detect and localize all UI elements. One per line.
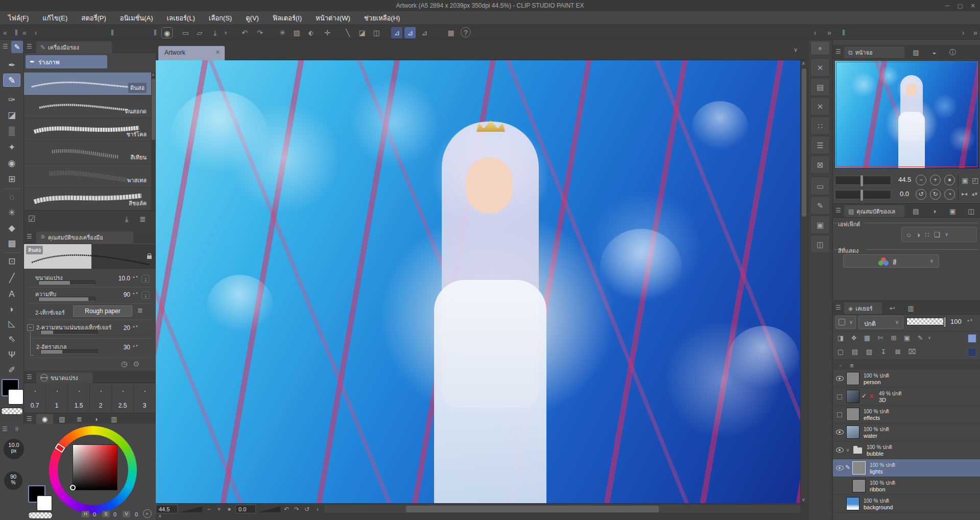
brush-size-2[interactable]: 2	[90, 384, 112, 412]
menu-layer[interactable]: เลเยอร์(L)	[167, 13, 195, 23]
switch-color-mode-icon[interactable]: ▹	[143, 509, 152, 518]
scale-ratio-value[interactable]: 30	[112, 344, 130, 351]
close-button[interactable]: ✕	[967, 0, 979, 11]
maximize-button[interactable]: ▢	[954, 0, 966, 11]
menu-view[interactable]: ดู(V)	[246, 13, 259, 23]
texture-button[interactable]: Rough paper	[73, 305, 132, 317]
expand-footer-icon[interactable]: ∧	[158, 514, 162, 518]
zoom-slider[interactable]	[180, 506, 202, 512]
panel-handle-icon[interactable]: ‖	[13, 27, 19, 38]
navigator-zoom-slider[interactable]	[835, 176, 891, 185]
slider-opacity[interactable]	[38, 297, 95, 301]
delete-subtool-icon[interactable]: ≣	[139, 215, 146, 223]
tool-gradient[interactable]: ▩	[3, 237, 20, 250]
expression-color-dropdown[interactable]: สี ∨	[843, 254, 939, 268]
tab-timeline-icon[interactable]: ▥	[902, 303, 919, 314]
footer-collapse-icon[interactable]: ‹	[313, 505, 322, 513]
reset-rotation-icon[interactable]: ↺	[302, 505, 312, 513]
scrollbar-down-icon[interactable]: ∨	[802, 498, 805, 502]
new-raster-layer-icon[interactable]: ▢	[835, 347, 846, 357]
tab-color-slider-icon[interactable]: ▧	[54, 414, 70, 424]
menu-filter[interactable]: ฟิลเตอร์(I)	[273, 13, 302, 23]
zoom-value-box[interactable]: 44.5	[156, 505, 178, 513]
brush-item-pastel[interactable]: พาสเทล	[24, 164, 152, 187]
palette-color-combo[interactable]: ∨	[835, 316, 856, 329]
tool-eyedropper[interactable]: ✐	[3, 364, 20, 377]
redo-icon[interactable]: ↷	[254, 27, 266, 38]
subtool-group-sketch[interactable]: ✒ ร่างภาพ	[26, 55, 107, 68]
slider-opacity-value[interactable]: 90	[112, 291, 130, 298]
horizontal-scroll-thumb[interactable]	[406, 506, 659, 512]
new-folder-icon[interactable]: ▧	[864, 347, 875, 357]
brush-size-0.7[interactable]: 0.7	[24, 384, 46, 412]
tab-cel-property-icon[interactable]: ◫	[963, 206, 979, 217]
tab-information-icon[interactable]: ⓘ	[944, 48, 961, 58]
wheel-sub-color-swatch[interactable]	[37, 495, 52, 511]
undo-icon[interactable]: ↶	[239, 27, 250, 38]
size-pressure-icon[interactable]: ↓	[141, 275, 150, 282]
quick-folder-icon[interactable]: ▭	[810, 177, 830, 195]
reselect-icon[interactable]: ▨	[291, 27, 302, 38]
tool-brush[interactable]: ✑	[3, 93, 20, 107]
tool-property-tab[interactable]: ⚞ คุณสมบัติของเครื่องมือ	[36, 231, 133, 243]
sv-cursor[interactable]	[70, 485, 76, 490]
tab-layer-search-icon[interactable]: ▤	[907, 206, 924, 217]
tab-layer-restore-icon[interactable]: ↩	[884, 303, 901, 314]
new-vector-layer-icon[interactable]: ▤	[849, 347, 861, 357]
canvas-artwork[interactable]	[156, 60, 800, 503]
list-thumbnail-icon[interactable]: ≣	[846, 361, 857, 371]
tool-fill[interactable]: ◆	[3, 222, 20, 235]
effect-border-icon[interactable]: ○	[906, 231, 911, 239]
opacity-pressure-icon[interactable]: ↓	[141, 291, 150, 299]
chevron-left-icon[interactable]: ‹	[33, 27, 39, 38]
scrollbar-up-icon[interactable]: ∧	[802, 61, 805, 66]
opacity-indicator[interactable]: 90 %	[4, 471, 22, 490]
effect-halftone-icon[interactable]: ∷	[925, 231, 929, 238]
tool-ruler[interactable]: ◺	[3, 317, 20, 330]
layer-row-ribbon[interactable]: 100 % ปกติ ribbon	[833, 477, 980, 495]
wheel-transparent-swatch[interactable]	[28, 512, 53, 519]
layer-opacity-value[interactable]: 100	[950, 318, 962, 325]
quick-export-icon[interactable]: ▤	[810, 78, 830, 96]
quick-palette-menu-icon[interactable]: ☰	[2, 426, 8, 432]
brush-size-1[interactable]: 1	[46, 384, 68, 412]
layer-row-water[interactable]: 100 % ปกติ water	[833, 423, 980, 441]
nav-fit-to-navigator-icon[interactable]: ▣	[962, 177, 968, 184]
quick-close-1-icon[interactable]: ✕	[810, 58, 830, 77]
brush-size-menu-icon[interactable]: ☰	[27, 374, 32, 380]
vertical-scrollbar[interactable]: ∧ ∨	[800, 60, 807, 503]
new-file-icon[interactable]: ▭	[180, 27, 191, 38]
fill-icon[interactable]: ⬖	[305, 27, 317, 38]
zoom-tool-icon[interactable]: ⌖	[810, 41, 830, 55]
navigator-view-rect[interactable]	[836, 62, 977, 167]
texture-delete-icon[interactable]: ≣	[137, 307, 143, 314]
tool-line[interactable]: ╱	[3, 272, 20, 285]
layer-row-bubble-folder[interactable]: ∨ 100 % ปกติ bubble	[833, 441, 980, 459]
right-chevron-left-icon[interactable]: ‹	[812, 27, 818, 38]
right-expand-icon[interactable]: »	[825, 27, 833, 38]
quick-delete-icon[interactable]: ⊠	[810, 155, 830, 174]
layer-color-indicator-2[interactable]	[968, 348, 976, 357]
layer-color-indicator[interactable]	[968, 334, 976, 343]
transparent-color-swatch[interactable]	[1, 408, 23, 415]
tab-intermediate-color-icon[interactable]: ◗	[88, 414, 105, 424]
rotate-ccw-icon[interactable]: ↶	[282, 505, 291, 513]
visibility-eye-icon[interactable]	[836, 376, 844, 381]
reference-layer-icon[interactable]: ❖	[848, 333, 859, 343]
transfer-down-icon[interactable]: ↧	[878, 347, 889, 357]
tab-color-wheel-icon[interactable]: ◉	[36, 414, 53, 424]
opacity-slider-handle[interactable]	[943, 317, 946, 327]
tool-decoration[interactable]: ✦	[3, 141, 20, 154]
slider-size-value[interactable]: 10.0	[112, 275, 130, 282]
tool-balloon[interactable]: ◗	[3, 303, 20, 316]
navigator-preview[interactable]	[834, 60, 979, 169]
slider-size-spinner-icon[interactable]: ▲▼	[132, 276, 137, 278]
effect-layer-color-icon[interactable]: ❏	[934, 231, 940, 238]
visibility-off-box[interactable]	[837, 394, 842, 399]
menu-window[interactable]: หน้าต่าง(W)	[316, 13, 350, 23]
selection-mode-3-icon[interactable]: ◫	[371, 27, 382, 38]
draft-layer-icon[interactable]: ▦	[862, 333, 873, 343]
clip-at-layer-icon[interactable]: ◨	[835, 333, 846, 343]
quick-close-2-icon[interactable]: ✕	[810, 97, 830, 115]
brush-item-pencil-hard[interactable]: ดินสอกด	[24, 96, 152, 119]
